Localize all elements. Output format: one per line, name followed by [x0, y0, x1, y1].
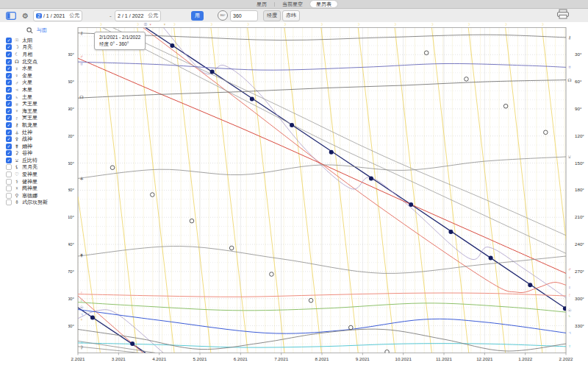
print-button[interactable]	[556, 9, 570, 19]
settings-button[interactable]: ⚙	[22, 9, 29, 22]
mode-longitude-button[interactable]: 经度	[263, 10, 281, 21]
toolbar: ⚙ 2 / 1 / 2021 公元 - 2 / 1 / 2022 公元 用 36…	[0, 9, 588, 23]
planet-checkbox-黑月亮[interactable]	[6, 164, 12, 170]
filter-link[interactable]: 与图	[37, 26, 47, 34]
planet-checkbox-塞德娜[interactable]	[6, 193, 12, 199]
planet-label: 水星	[22, 65, 32, 72]
planet-row-灶神[interactable]: ✓⚶灶神	[6, 129, 67, 136]
planet-row-武尔坎努斯[interactable]: ⚱武尔坎努斯	[6, 199, 67, 207]
date-to-era[interactable]: 公元	[148, 12, 158, 19]
date-sep: /	[43, 13, 45, 18]
planet-row-谷神[interactable]: ✓⚳谷神	[6, 150, 67, 158]
planet-row-火星[interactable]: ✓♂火星	[6, 79, 67, 87]
planet-symbol-icon: ♄	[14, 94, 20, 99]
planet-label: 谷神	[22, 149, 32, 157]
planet-row-水星[interactable]: ✓☿水星	[6, 65, 67, 72]
planet-checkbox-太阳[interactable]: ✓	[6, 38, 12, 43]
right-glyph-☿: ☿	[568, 286, 572, 290]
planet-row-健神星[interactable]: ⚕健神星	[6, 178, 67, 185]
date-from-year[interactable]: 2021	[54, 13, 65, 18]
planet-row-月亮[interactable]: ✓☽月亮	[6, 44, 67, 52]
date-to-month[interactable]: 1	[125, 13, 128, 18]
planet-checkbox-水星[interactable]: ✓	[6, 66, 12, 71]
planet-checkbox-凯龙星[interactable]: ✓	[6, 122, 12, 128]
full-moon-marker	[348, 325, 353, 330]
full-moon-marker	[503, 104, 508, 108]
top-glyph-moon: ☽	[430, 22, 434, 26]
apply-button[interactable]: 用	[191, 11, 204, 21]
planet-checkbox-武尔坎努斯[interactable]	[6, 199, 12, 205]
new-moon-marker	[563, 306, 567, 311]
sidebar-toggle-button[interactable]	[6, 9, 16, 22]
x-axis-label: 10.2021	[395, 356, 412, 361]
x-axis-label: 4.2021	[152, 356, 166, 361]
planet-checkbox-丘比特[interactable]: ✓	[6, 158, 12, 163]
mode-declination-button[interactable]: 赤纬	[282, 10, 300, 21]
planet-checkbox-阋神星[interactable]	[6, 185, 12, 191]
graphic-ephemeris-plot[interactable]: 2.20213.20214.20215.20216.20217.20218.20…	[68, 22, 588, 368]
planet-row-木星[interactable]: ✓♃木星	[6, 86, 67, 93]
planet-checkbox-健神星[interactable]	[6, 179, 12, 185]
x-axis-label: 7.2021	[274, 356, 288, 361]
planet-checkbox-谷神[interactable]: ✓	[6, 150, 12, 156]
planet-symbol-icon: ⚱	[14, 199, 20, 205]
planet-row-丘比特[interactable]: ✓⚺丘比特	[6, 157, 67, 164]
date-from-month[interactable]: 1	[46, 13, 49, 18]
planet-row-婚神[interactable]: ✓⚵婚神	[6, 143, 67, 150]
planet-checkbox-海王星[interactable]: ✓	[6, 108, 12, 114]
tab-星历表[interactable]: 星历表	[310, 1, 337, 7]
y-axis-label-right: 90°	[575, 106, 582, 111]
planet-row-塞德娜[interactable]: ⚲塞德娜	[6, 192, 67, 199]
planet-checkbox-灶神[interactable]: ✓	[6, 130, 12, 135]
left-glyph-⚶: ⚶	[79, 176, 83, 180]
planet-row-战神[interactable]: ✓⚴战神	[6, 135, 67, 143]
tab-当前星空[interactable]: 当前星空	[276, 1, 309, 7]
planet-row-北交点[interactable]: ✓☊北交点	[6, 58, 67, 66]
planet-checkbox-冥王星[interactable]: ✓	[6, 115, 12, 121]
full-moon-marker	[270, 272, 274, 277]
printer-icon	[556, 9, 570, 19]
planet-checkbox-天王星[interactable]: ✓	[6, 101, 12, 107]
planet-checkbox-北交点[interactable]: ✓	[6, 59, 12, 65]
planet-checkbox-婚神[interactable]: ✓	[6, 144, 12, 149]
planet-row-天王星[interactable]: ✓♅天王星	[6, 100, 67, 107]
date-from-day[interactable]: 2	[36, 13, 42, 18]
planet-label: 火星	[22, 79, 32, 86]
planet-checkbox-爱神星[interactable]	[6, 171, 12, 177]
planet-checkbox-火星[interactable]: ✓	[6, 79, 12, 85]
planet-row-月相[interactable]: ✓☾月相	[6, 51, 67, 58]
planet-checkbox-月亮[interactable]: ✓	[6, 44, 12, 50]
right-glyph-♅: ♅	[568, 65, 572, 69]
gear-icon: ⚙	[22, 12, 29, 20]
planet-checkbox-木星[interactable]: ✓	[6, 87, 12, 93]
date-to-year[interactable]: 2022	[132, 13, 144, 18]
planet-row-海王星[interactable]: ✓♆海王星	[6, 107, 67, 115]
tooltip-degrees: 经度 0° - 360°	[99, 41, 140, 48]
planet-row-凯龙星[interactable]: ✓⚷凯龙星	[6, 121, 67, 129]
ephemeris-chart[interactable]: 2/1/2021 - 2/1/2022 经度 0° - 360° 2.20213…	[68, 22, 588, 368]
planet-row-太阳[interactable]: ✓☉太阳	[6, 37, 67, 44]
planet-row-土星[interactable]: ✓♄土星	[6, 93, 67, 101]
planet-row-金星[interactable]: ✓♀金星	[6, 72, 67, 79]
tab-星历[interactable]: 星历	[251, 1, 273, 7]
degrees-input[interactable]: 360	[230, 10, 258, 21]
y-axis-label-left: 30°	[68, 52, 75, 57]
planet-label: 月亮	[22, 43, 32, 51]
planet-checkbox-金星[interactable]: ✓	[6, 73, 12, 79]
planet-row-爱神星[interactable]: ♡爱神星	[6, 171, 67, 178]
planet-checkbox-土星[interactable]: ✓	[6, 94, 12, 100]
date-to-day[interactable]: 2	[118, 13, 121, 18]
date-to-field[interactable]: 2 / 1 / 2022 公元	[115, 10, 161, 21]
top-glyph-moon: ☽	[209, 22, 212, 26]
planet-checkbox-战神[interactable]: ✓	[6, 136, 12, 142]
new-moon-marker	[329, 150, 334, 155]
date-from-era[interactable]: 公元	[69, 12, 79, 19]
planet-row-冥王星[interactable]: ✓♇冥王星	[6, 115, 67, 122]
tooltip-dates: 2/1/2021 - 2/1/2022	[99, 35, 140, 41]
planet-row-阋神星[interactable]: ☓阋神星	[6, 185, 67, 192]
series-sun	[146, 27, 566, 308]
planet-checkbox-月相[interactable]: ✓	[6, 52, 12, 57]
search-icon[interactable]	[26, 27, 33, 34]
date-from-field[interactable]: 2 / 1 / 2021 公元	[33, 10, 82, 21]
planet-row-黑月亮[interactable]: ⚸黑月亮	[6, 164, 67, 171]
